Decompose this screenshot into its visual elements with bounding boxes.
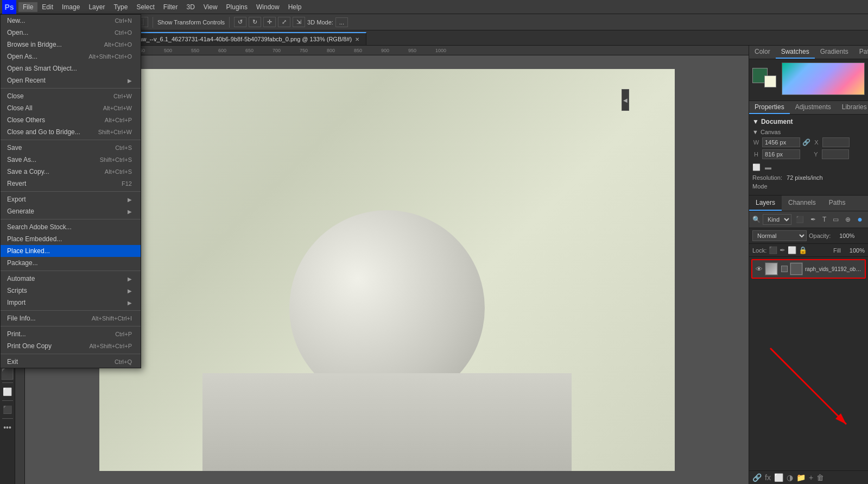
menu-print-one[interactable]: Print One Copy Alt+Shift+Ctrl+P [1,340,141,352]
3d-scale-btn[interactable]: ⇲ [293,17,305,27]
sep4 [1,219,141,219]
menu-close-all[interactable]: Close All Alt+Ctrl+W [1,102,141,114]
menu-generate[interactable]: Generate ▶ [1,205,141,217]
lock-position-btn[interactable]: ✒ [780,246,785,254]
menu-save-as[interactable]: Save As... Shift+Ctrl+S [1,154,141,166]
color-swatch-row [752,62,865,95]
menu-scripts[interactable]: Scripts ▶ [1,285,141,297]
menu-save[interactable]: Save Ctrl+S [1,142,141,154]
new-fill-btn[interactable]: ◑ [787,473,793,482]
menu-close-bridge[interactable]: Close and Go to Bridge... Shift+Ctrl+W [1,126,141,138]
layers-visibility-dot[interactable]: ● [855,213,865,225]
add-style-btn[interactable]: fx [765,473,771,482]
3d-pan-btn[interactable]: ✛ [263,17,276,27]
3d-slide-btn[interactable]: ⤢ [278,17,290,27]
tab-channels[interactable]: Channels [782,196,822,211]
menu-search-stock[interactable]: Search Adobe Stock... [1,221,141,233]
menu-print[interactable]: Print... Ctrl+P [1,328,141,340]
new-layer-btn[interactable]: + [809,473,813,482]
tab-layers[interactable]: Layers [749,196,782,211]
canvas-landscape-btn[interactable]: ▬ [765,164,771,171]
quick-mask-btn[interactable]: ⬜ [1,385,14,398]
menu-view[interactable]: View [199,2,222,12]
layer-row[interactable]: 👁 raph_vids_91192_object_--ar_16 [751,259,866,279]
3d-rotate-btn[interactable]: ↺ [234,17,246,27]
menu-open-recent[interactable]: Open Recent ▶ [1,74,141,86]
menu-new[interactable]: New... Ctrl+N [1,15,141,27]
menu-3d[interactable]: 3D [182,2,199,12]
foreground-color-btn[interactable]: ⬛ [1,367,14,380]
menu-browse-bridge[interactable]: Browse in Bridge... Alt+Ctrl+O [1,39,141,51]
lock-artboard-btn[interactable]: ⬜ [788,246,796,254]
more-options-btn[interactable]: ... [335,17,348,27]
tab-libraries[interactable]: Libraries [837,101,868,114]
lock-all-btn[interactable]: 🔒 [799,246,807,254]
menu-file[interactable]: File [18,2,37,12]
panel-collapse-btn[interactable]: ◀ [622,89,629,111]
menu-plugins[interactable]: Plugins [222,2,252,12]
menu-print-one-label: Print One Copy [7,342,52,350]
layers-tool-type[interactable]: T [820,215,828,224]
menu-help[interactable]: Help [284,2,306,12]
tab-swatches[interactable]: Swatches [776,46,815,59]
delete-layer-btn[interactable]: 🗑 [816,473,824,482]
menu-layer[interactable]: Layer [84,2,109,12]
add-mask-btn[interactable]: ⬜ [774,473,783,482]
link-layers-btn[interactable]: 🔗 [752,473,762,482]
menu-revert[interactable]: Revert F12 [1,178,141,190]
layers-tool-pixel[interactable]: ⬛ [794,215,806,224]
menu-export[interactable]: Export ▶ [1,193,141,205]
menu-file-info[interactable]: File Info... Alt+Shift+Ctrl+I [1,312,141,324]
y-input[interactable] [822,149,849,159]
menu-edit[interactable]: Edit [37,2,58,12]
menu-open-as[interactable]: Open As... Alt+Shift+Ctrl+O [1,51,141,62]
background-color-swatch[interactable] [764,76,776,87]
new-group-btn[interactable]: 📁 [796,473,806,482]
menu-place-linked[interactable]: Place Linked... [1,245,141,257]
layers-tool-smart[interactable]: ⊕ [843,215,853,224]
tab-color[interactable]: Color [749,46,776,59]
menu-type[interactable]: Type [109,2,132,12]
menu-package[interactable]: Package... [1,257,141,269]
menu-window[interactable]: Window [252,2,284,12]
menu-exit[interactable]: Exit Ctrl+Q [1,356,141,368]
layers-toolbar: 🔍 Kind ⬛ ✒ T ▭ ⊕ ● [749,211,868,228]
3d-roll-btn[interactable]: ↻ [249,17,261,27]
layers-tool-adjust[interactable]: ✒ [808,215,818,224]
tab-patterns[interactable]: Patterns [854,46,868,59]
menu-open-smart[interactable]: Open as Smart Object... [1,62,141,74]
w-input[interactable] [762,137,800,147]
tab-paths[interactable]: Paths [822,196,852,211]
blend-mode-select[interactable]: Normal [752,230,807,241]
gradient-preview[interactable] [782,62,865,95]
tab-properties[interactable]: Properties [749,101,790,114]
ps-logo: Ps [2,0,16,14]
layer-visibility-icon[interactable]: 👁 [756,265,763,273]
menu-filter[interactable]: Filter [159,2,182,12]
menu-close-others[interactable]: Close Others Alt+Ctrl+P [1,114,141,126]
link-icon[interactable]: 🔗 [802,139,810,146]
menu-automate[interactable]: Automate ▶ [1,273,141,285]
tab-close-btn[interactable]: ✕ [355,36,359,42]
menu-close-label: Close [7,92,24,100]
menu-place-embedded[interactable]: Place Embedded... [1,233,141,245]
menu-close[interactable]: Close Ctrl+W [1,90,141,102]
doc-header[interactable]: ▼ Document [752,118,865,125]
kind-select[interactable]: Kind [763,214,791,225]
menu-image[interactable]: Image [58,2,84,12]
h-input[interactable] [762,149,800,159]
screen-mode-btn[interactable]: ⬛ [1,403,14,416]
menu-select[interactable]: Select [132,2,159,12]
more-tools-btn[interactable]: ••• [1,421,14,434]
sep3 [229,17,230,28]
lock-pixels-btn[interactable]: ⬛ [769,246,777,254]
menu-import[interactable]: Import ▶ [1,297,141,309]
menu-save-copy[interactable]: Save a Copy... Alt+Ctrl+S [1,166,141,178]
search-icon: 🔍 [752,216,761,223]
tab-gradients[interactable]: Gradients [815,46,854,59]
menu-open[interactable]: Open... Ctrl+O [1,27,141,39]
layers-tool-shape[interactable]: ▭ [831,215,841,224]
x-input[interactable] [822,137,850,147]
canvas-portrait-btn[interactable]: ⬜ [752,164,761,171]
tab-adjustments[interactable]: Adjustments [790,101,837,114]
